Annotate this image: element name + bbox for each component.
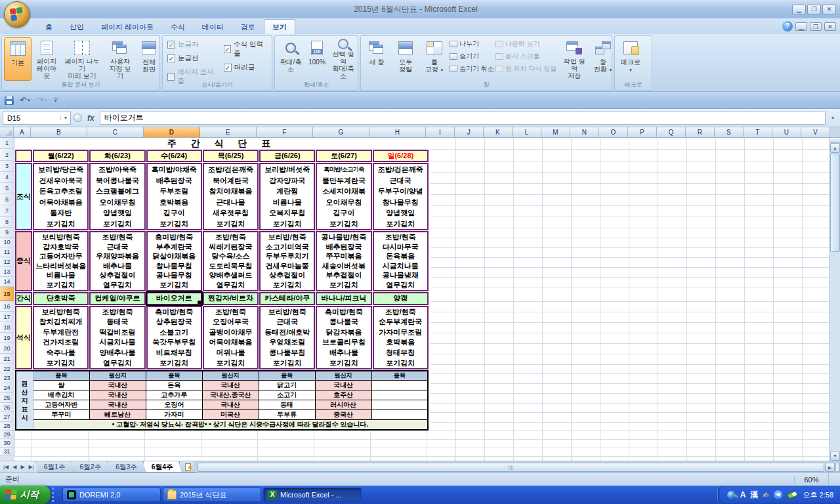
snack-cell-day-2[interactable]: 바이오거트 <box>146 292 202 305</box>
redo-button[interactable]: ↷▼ <box>35 94 50 106</box>
origin-cell[interactable]: 동태 <box>259 400 315 410</box>
column-header-U[interactable]: U <box>772 127 801 138</box>
checkbox-1[interactable]: ✓눈금선 <box>167 54 217 63</box>
row-header-14[interactable]: 14 <box>0 277 14 287</box>
restore-icon[interactable]: ❐ <box>807 5 821 14</box>
normal-view-button[interactable]: 기본 <box>4 37 32 81</box>
column-header-V[interactable]: V <box>801 127 830 138</box>
origin-cell[interactable]: 미국산 <box>202 410 259 420</box>
zoom-level[interactable]: 60% <box>794 476 828 484</box>
vertical-split-handle[interactable] <box>830 138 840 143</box>
column-header-P[interactable]: P <box>628 127 657 138</box>
save-button[interactable] <box>3 94 16 106</box>
origin-cell[interactable] <box>371 390 428 400</box>
name-box-split-handle[interactable] <box>74 114 82 122</box>
snack-cell-day-1[interactable]: 컵케일/야쿠르 <box>89 292 145 305</box>
row-header-11[interactable]: 11 <box>0 247 14 257</box>
save-workspace-button[interactable]: 작업 영역 저장 <box>560 37 588 81</box>
row-header-19[interactable]: 19 <box>0 333 14 343</box>
scroll-down-icon[interactable]: ▼ <box>830 451 840 461</box>
column-header-R[interactable]: R <box>686 127 715 138</box>
ribbon-tab-3[interactable]: 수식 <box>162 19 194 34</box>
snack-cell-day-5[interactable]: 바나나/피크닉 <box>316 292 371 305</box>
origin-cell[interactable]: 쌀 <box>33 381 89 390</box>
row-header-17[interactable]: 17 <box>0 312 14 322</box>
origin-cell[interactable]: 배추김치 <box>33 390 89 400</box>
column-header-J[interactable]: J <box>455 127 484 138</box>
day-header[interactable]: 화(6/23) <box>89 150 145 162</box>
row-header-10[interactable]: 10 <box>0 238 14 247</box>
origin-cell[interactable]: 호주산 <box>315 390 371 400</box>
row-header-25[interactable]: 25 <box>0 393 14 403</box>
zoom-button[interactable]: 확대/축소 <box>277 37 304 81</box>
row-header-23[interactable]: 23 <box>0 373 14 383</box>
breakfast-cell-day-2[interactable]: 흑미밥/야채죽배추된장국두부조림호박볶음김구이포기김치 <box>146 163 202 230</box>
origin-cell[interactable] <box>371 410 428 420</box>
snack-cell-day-6[interactable]: 양갱 <box>373 292 429 305</box>
lunch-cell-day-4[interactable]: 보리밥/현죽소고기미역국두부두루치기건새우마늘쫑상추겉절이포기김치 <box>259 231 315 291</box>
origin-cell[interactable]: 국내산 <box>315 381 371 390</box>
row-header-28[interactable]: 28 <box>0 422 14 430</box>
origin-cell[interactable]: 고추가루 <box>146 390 202 400</box>
row-header-30[interactable]: 30 <box>0 439 14 448</box>
dinner-cell-day-3[interactable]: 조밥/현죽오징어무국골뱅이야채무어묵야채볶음머위나물포기김치 <box>203 306 259 370</box>
minimize-icon[interactable]: ▁ <box>792 5 806 14</box>
customize-qat-button[interactable]: ▼ <box>52 96 60 104</box>
row-header-9[interactable]: 9 <box>0 228 14 238</box>
day-header[interactable]: 금(6/26) <box>259 150 315 162</box>
dinner-cell-day-4[interactable]: 보리밥/현죽근대국동태전/애호박우엉채조림콩나물무침포기김치 <box>259 306 315 370</box>
origin-cell[interactable] <box>371 400 428 410</box>
lunch-cell-day-1[interactable]: 조밥/현죽근대국우채양파볶음배추나물상추겉절이열무김치 <box>89 231 145 291</box>
column-header-H[interactable]: H <box>369 127 426 138</box>
sheet-tab-1[interactable]: 6월2주 <box>71 461 110 472</box>
start-button[interactable]: 시작 <box>0 486 51 504</box>
macros-button[interactable]: 매크로▼ <box>617 37 644 81</box>
name-box[interactable]: D15 ▼ <box>3 112 71 125</box>
checkbox-4[interactable]: ✓머리글 <box>224 63 267 72</box>
vertical-scroll-thumb[interactable] <box>830 154 840 252</box>
row-header-5[interactable]: 5 <box>0 183 14 194</box>
column-header-K[interactable]: K <box>484 127 513 138</box>
language-globe-icon[interactable] <box>727 491 736 499</box>
origin-cell[interactable]: 국내산,중국산 <box>202 390 259 400</box>
new-window-button[interactable]: 새 창 <box>363 37 390 81</box>
horizontal-split-handle[interactable] <box>835 463 840 472</box>
column-header-O[interactable]: O <box>599 127 628 138</box>
column-header-B[interactable]: B <box>31 127 87 138</box>
origin-cell[interactable]: 국내산 <box>202 400 259 410</box>
breakfast-cell-day-6[interactable]: 조밥/검은깨죽근대국두부구이/양념참나물무침양념깻잎포기김치 <box>373 163 429 230</box>
row-header-24[interactable]: 24 <box>0 383 14 393</box>
origin-cell[interactable] <box>371 381 428 390</box>
name-box-dropdown-icon[interactable]: ▼ <box>60 116 70 120</box>
origin-cell[interactable]: 러시아산 <box>315 400 371 410</box>
sheet-tab-0[interactable]: 6월1주 <box>35 461 74 472</box>
workbook-minimize-icon[interactable]: ▁ <box>795 22 807 31</box>
column-header-M[interactable]: M <box>541 127 570 138</box>
row-header-31[interactable]: 31 <box>0 448 14 456</box>
lunch-cell-day-3[interactable]: 조밥/현죽씨래기된장국탕수육/소스도토리묵무침양배추샐러드열무김치 <box>203 231 259 291</box>
hanja-icon[interactable]: 漢 <box>750 490 758 499</box>
snack-cell-day-0[interactable]: 단호박죽 <box>33 292 89 305</box>
custom-views-button[interactable]: 사용자 지정 보기 <box>106 37 134 81</box>
day-header[interactable]: 월(6/22) <box>33 150 89 162</box>
dinner-cell-day-5[interactable]: 흑미밥/현죽콩나물국닭감자볶음브로콜리무침배추나물포기김치 <box>316 306 371 370</box>
window-small-button-2[interactable]: 숨기기 취소 <box>450 64 494 74</box>
row-header-13[interactable]: 13 <box>0 267 14 277</box>
row-header-1[interactable]: 1 <box>0 138 14 149</box>
page-break-preview-button[interactable]: 페이지 나누기 미리 보기 <box>62 37 102 81</box>
horizontal-scroll-thumb[interactable] <box>198 463 824 472</box>
origin-cell[interactable]: 소고기 <box>259 390 315 400</box>
day-header[interactable]: 수(6/24) <box>146 150 202 162</box>
zoom-to-selection-button[interactable]: 선택 영역 확대/축소 <box>329 37 357 81</box>
column-header-G[interactable]: G <box>313 127 369 138</box>
column-header-F[interactable]: F <box>257 127 313 138</box>
dinner-cell-day-1[interactable]: 조밥/현죽동태국떡갈비조림시금치나물양배추나물열무김치 <box>89 306 145 370</box>
column-header-N[interactable]: N <box>570 127 599 138</box>
taskbar-button-0[interactable]: DOREMI 2,0 <box>62 488 161 502</box>
snack-cell-day-3[interactable]: 찐감자/비트차 <box>203 292 259 305</box>
row-header-27[interactable]: 27 <box>0 412 14 422</box>
breakfast-cell-day-5[interactable]: 흑미밥/소고기죽물만두계란국소세지야채볶오이채무침김구이포기김치 <box>316 163 371 230</box>
origin-cell[interactable]: 국내산 <box>89 390 146 400</box>
horizontal-scrollbar[interactable]: ▶ <box>196 461 840 472</box>
freeze-panes-button[interactable]: 틀 고정 ▼ <box>421 37 448 81</box>
